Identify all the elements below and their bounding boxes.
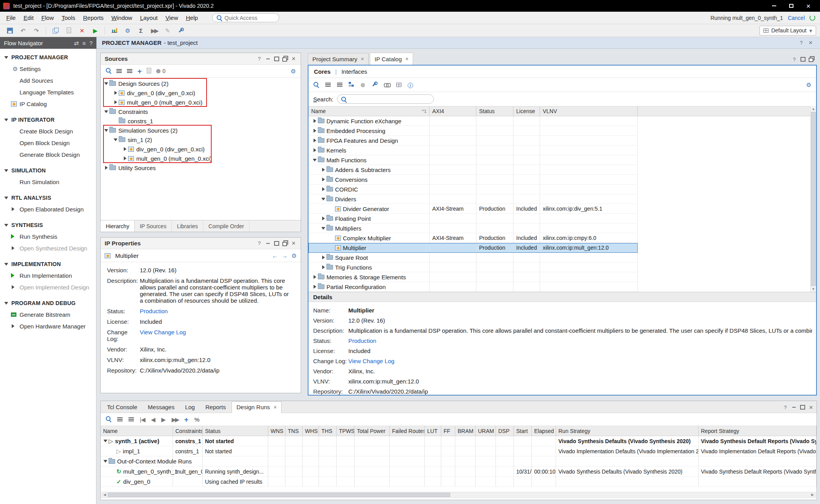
chevron-right-icon[interactable] bbox=[312, 128, 318, 134]
maximize-icon[interactable] bbox=[273, 240, 280, 247]
menu-view[interactable]: View bbox=[162, 12, 182, 23]
sources-item-sim-1-2[interactable]: sim_1 (2) bbox=[101, 135, 301, 144]
catalog-row-multiplier[interactable]: MultiplierProductionIncludedxilinx.com:i… bbox=[308, 243, 638, 253]
sources-item-simulation-sources-2[interactable]: Simulation Sources (2) bbox=[101, 126, 301, 135]
chevron-down-icon[interactable] bbox=[320, 196, 326, 202]
copy-button[interactable] bbox=[50, 25, 61, 35]
window-maximize-button[interactable] bbox=[783, 0, 800, 12]
scrollbar-thumb[interactable] bbox=[811, 112, 816, 286]
column-header-vlnv[interactable]: VLNV bbox=[540, 106, 638, 116]
expand-all-button[interactable] bbox=[127, 68, 132, 75]
chevron-down-icon[interactable] bbox=[3, 195, 9, 201]
catalog-row-cordic[interactable]: CORDIC bbox=[308, 185, 638, 194]
edit-button[interactable] bbox=[162, 25, 173, 35]
chevron-down-icon[interactable] bbox=[3, 54, 9, 60]
tab-log[interactable]: Log bbox=[180, 401, 200, 413]
flow-item-run-simulation[interactable]: Run Simulation bbox=[0, 176, 96, 188]
chevron-down-icon[interactable] bbox=[103, 80, 109, 87]
sources-item-utility-sources[interactable]: Utility Sources bbox=[101, 163, 301, 172]
flow-item-run-synthesis[interactable]: Run Synthesis bbox=[0, 231, 96, 242]
column-header-constraints[interactable]: Constraints bbox=[173, 426, 203, 436]
catalog-row-trig-functions[interactable]: Trig Functions bbox=[308, 263, 638, 272]
menu-flow[interactable]: Flow bbox=[37, 12, 58, 23]
flow-section-ip-integrator[interactable]: IP INTEGRATOR bbox=[0, 114, 96, 125]
info-button[interactable] bbox=[408, 82, 413, 89]
sources-item-design-sources-2[interactable]: Design Sources (2) bbox=[101, 79, 301, 88]
menu-layout[interactable]: Layout bbox=[136, 12, 162, 23]
link-view-change-log[interactable]: View Change Log bbox=[140, 329, 186, 335]
run-row-out-of-context-module-runs[interactable]: Out-of-Context Module Runs bbox=[101, 456, 816, 467]
column-header-license[interactable]: License bbox=[513, 106, 540, 116]
catalog-row-math-functions[interactable]: Math Functions bbox=[308, 155, 638, 165]
link-production[interactable]: Production bbox=[348, 337, 376, 344]
flow-section-program-and-debug[interactable]: PROGRAM AND DEBUG bbox=[0, 298, 96, 309]
tab-reports[interactable]: Reports bbox=[201, 401, 231, 413]
tab-messages[interactable]: Messages bbox=[143, 401, 179, 413]
sources-item-mult-gen-0-mult-gen-0-xci[interactable]: mult_gen_0 (mult_gen_0.xci) bbox=[101, 98, 301, 107]
column-header-status[interactable]: Status bbox=[476, 106, 513, 116]
sources-item-constraints[interactable]: Constraints bbox=[101, 107, 301, 116]
chevron-right-icon[interactable] bbox=[112, 90, 119, 96]
catalog-row-floating-point[interactable]: Floating Point bbox=[308, 214, 638, 224]
flow-item-create-block-design[interactable]: Create Block Design bbox=[0, 125, 96, 137]
maximize-icon[interactable] bbox=[273, 55, 280, 62]
run-row-synth-1-active[interactable]: synth_1 (active)constrs_1Not startedViva… bbox=[101, 436, 816, 446]
catalog-row-dynamic-function-exchange[interactable]: Dynamic Function eXchange bbox=[308, 116, 638, 126]
chevron-right-icon[interactable] bbox=[320, 176, 326, 183]
tab-ip-catalog[interactable]: IP Catalog bbox=[370, 53, 413, 65]
chevron-right-icon[interactable] bbox=[122, 146, 128, 152]
cancel-link[interactable]: Cancel bbox=[788, 15, 805, 21]
catalog-row-fpga-features-and-design[interactable]: FPGA Features and Design bbox=[308, 136, 638, 146]
maximize-icon[interactable] bbox=[799, 404, 806, 411]
step-back-icon[interactable] bbox=[151, 417, 155, 422]
float-icon[interactable] bbox=[281, 240, 289, 247]
default-view-button[interactable] bbox=[349, 82, 354, 88]
sources-tab-ip-sources[interactable]: IP Sources bbox=[135, 220, 172, 232]
menu-tools[interactable]: Tools bbox=[58, 12, 79, 23]
maximize-icon[interactable] bbox=[799, 56, 807, 63]
flow-item-add-sources[interactable]: Add Sources bbox=[0, 75, 96, 86]
minimize-icon[interactable] bbox=[264, 55, 272, 62]
float-icon[interactable] bbox=[808, 56, 815, 63]
column-header-ff[interactable]: FF bbox=[441, 426, 455, 436]
catalog-row-kernels[interactable]: Kernels bbox=[308, 146, 638, 155]
scroll-left-icon[interactable] bbox=[102, 492, 107, 497]
chevron-down-icon[interactable] bbox=[112, 137, 119, 143]
debug-button[interactable] bbox=[175, 25, 187, 35]
catalog-row-divider-generator[interactable]: Divider GeneratorAXI4-StreamProductionIn… bbox=[308, 204, 638, 214]
float-icon[interactable] bbox=[281, 55, 289, 62]
gear-icon[interactable] bbox=[292, 253, 297, 259]
window-close-button[interactable] bbox=[800, 0, 817, 12]
column-header-tpws[interactable]: TPWS bbox=[337, 426, 355, 436]
flow-item-generate-bitstream[interactable]: Generate Bitstream bbox=[0, 309, 96, 320]
scroll-up-icon[interactable] bbox=[811, 106, 816, 112]
sources-tab-hierarchy[interactable]: Hierarchy bbox=[100, 220, 135, 232]
run-button[interactable] bbox=[89, 25, 101, 35]
column-header-lut[interactable]: LUT bbox=[425, 426, 441, 436]
chevron-right-icon[interactable] bbox=[320, 167, 326, 173]
flow-section-implementation[interactable]: IMPLEMENTATION bbox=[0, 259, 96, 270]
minimize-icon[interactable] bbox=[264, 240, 272, 247]
chevron-down-icon[interactable] bbox=[102, 438, 109, 444]
catalog-row-adders-subtracters[interactable]: Adders & Subtracters bbox=[308, 165, 638, 175]
dashboard-button[interactable] bbox=[109, 25, 120, 35]
column-header-name[interactable]: Name^1 bbox=[308, 106, 430, 116]
step-first-icon[interactable] bbox=[140, 417, 145, 422]
link-button[interactable] bbox=[384, 82, 390, 88]
link-view-change-log[interactable]: View Change Log bbox=[348, 358, 394, 364]
menu-edit[interactable]: Edit bbox=[20, 12, 37, 23]
back-arrow-icon[interactable] bbox=[272, 253, 278, 259]
column-header-whs[interactable]: WHS bbox=[303, 426, 319, 436]
tab-design-runs[interactable]: Design Runs bbox=[232, 401, 281, 413]
minimize-icon[interactable] bbox=[790, 404, 798, 411]
chevron-right-icon[interactable] bbox=[320, 186, 326, 192]
sources-tab-libraries[interactable]: Libraries bbox=[172, 220, 203, 232]
chevron-right-icon[interactable] bbox=[312, 118, 318, 124]
chevron-right-icon[interactable] bbox=[320, 215, 326, 222]
sources-item-div-gen-0-div-gen-0-xci[interactable]: div_gen_0 (div_gen_0.xci) bbox=[101, 144, 301, 154]
run-steps-button[interactable] bbox=[148, 25, 160, 35]
column-header-name[interactable]: Name bbox=[101, 426, 173, 436]
tab-close-icon[interactable] bbox=[361, 56, 364, 62]
collapse-all-button[interactable] bbox=[117, 416, 123, 423]
add-sources-button[interactable] bbox=[137, 67, 142, 75]
